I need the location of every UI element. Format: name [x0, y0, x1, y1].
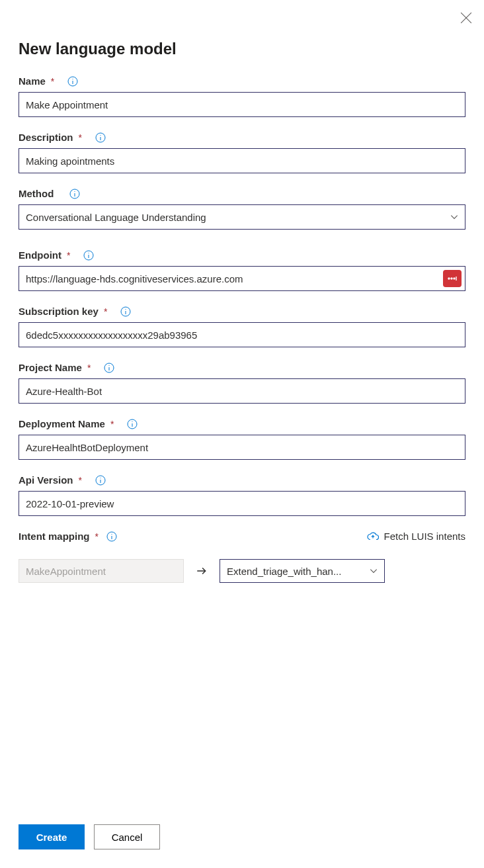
info-icon[interactable] — [83, 250, 94, 261]
project-name-input[interactable] — [19, 378, 465, 404]
field-method: Method Conversational Language Understan… — [19, 188, 465, 230]
info-icon[interactable] — [69, 189, 80, 199]
field-deployment-name: Deployment Name * — [19, 418, 465, 460]
cloud-refresh-icon — [367, 531, 379, 541]
panel-footer: Create Cancel — [19, 811, 465, 849]
svg-point-6 — [100, 134, 101, 135]
info-icon[interactable] — [67, 76, 78, 87]
endpoint-input[interactable] — [19, 266, 465, 291]
info-icon[interactable] — [95, 132, 106, 143]
form-body: Name * Description * Method — [19, 75, 465, 811]
api-version-label: Api Version — [19, 474, 73, 486]
info-icon[interactable] — [127, 419, 138, 429]
field-subscription-key: Subscription key * — [19, 306, 465, 347]
field-endpoint: Endpoint * — [19, 249, 465, 291]
description-label: Description — [19, 132, 73, 143]
subscription-key-input[interactable] — [19, 322, 465, 347]
svg-point-19 — [126, 308, 126, 309]
required-indicator: * — [67, 250, 70, 261]
required-indicator: * — [87, 363, 91, 373]
page-title: New language model — [19, 40, 465, 58]
info-icon[interactable] — [120, 306, 131, 317]
intent-mapping-row: Extend_triage_with_han... — [19, 559, 465, 583]
method-select[interactable]: Conversational Language Understanding — [19, 204, 465, 230]
arrow-right-icon — [196, 565, 208, 577]
description-input[interactable] — [19, 148, 465, 173]
svg-point-15 — [451, 278, 452, 279]
info-icon[interactable] — [95, 475, 106, 486]
password-manager-icon[interactable] — [443, 270, 462, 287]
intent-mapping-header: Intent mapping * Fetch LUIS intents — [19, 531, 465, 542]
intent-source-input — [19, 559, 184, 583]
deployment-name-label: Deployment Name — [19, 418, 105, 429]
cancel-button[interactable]: Cancel — [94, 824, 160, 849]
required-indicator: * — [104, 306, 107, 317]
svg-point-16 — [454, 278, 455, 279]
svg-point-3 — [73, 78, 73, 79]
api-version-input[interactable] — [19, 491, 465, 516]
field-project-name: Project Name * — [19, 362, 465, 404]
svg-point-22 — [109, 365, 110, 365]
field-description: Description * — [19, 132, 465, 173]
deployment-name-input[interactable] — [19, 435, 465, 460]
new-language-model-panel: New language model Name * Description * — [0, 0, 484, 868]
field-name: Name * — [19, 75, 465, 117]
create-button[interactable]: Create — [19, 824, 85, 849]
intent-mapping-label: Intent mapping — [19, 531, 90, 542]
info-icon[interactable] — [106, 531, 117, 542]
fetch-luis-label: Fetch LUIS intents — [384, 531, 465, 542]
svg-point-14 — [448, 278, 450, 279]
svg-point-12 — [89, 252, 89, 253]
close-icon[interactable] — [460, 12, 472, 24]
svg-point-31 — [111, 533, 112, 534]
subscription-key-label: Subscription key — [19, 306, 99, 317]
fetch-luis-intents-link[interactable]: Fetch LUIS intents — [367, 531, 465, 542]
svg-point-28 — [100, 477, 101, 478]
required-indicator: * — [51, 76, 54, 87]
required-indicator: * — [95, 531, 99, 542]
project-name-label: Project Name — [19, 362, 82, 373]
svg-point-25 — [132, 421, 133, 421]
name-label: Name — [19, 75, 46, 87]
field-api-version: Api Version * — [19, 474, 465, 516]
method-label: Method — [19, 188, 54, 199]
svg-point-9 — [75, 191, 75, 191]
intent-target-value: Extend_triage_with_han... — [227, 566, 341, 577]
intent-target-select[interactable]: Extend_triage_with_han... — [220, 559, 385, 583]
name-input[interactable] — [19, 92, 465, 117]
info-icon[interactable] — [104, 363, 114, 373]
required-indicator: * — [79, 132, 82, 143]
endpoint-label: Endpoint — [19, 249, 61, 261]
required-indicator: * — [110, 419, 114, 429]
required-indicator: * — [79, 475, 82, 486]
